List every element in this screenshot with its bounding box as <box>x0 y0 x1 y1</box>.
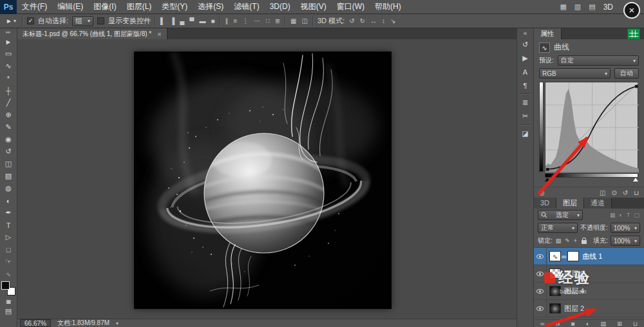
view-extras-icon[interactable]: ▥ <box>574 3 581 11</box>
green-grid-icon[interactable] <box>627 28 640 39</box>
clip-to-layer-icon[interactable]: ◫ <box>600 189 605 196</box>
gradient-tool[interactable]: ▧ <box>1 170 16 182</box>
align-vcenter-icon[interactable]: ▬ <box>198 17 206 24</box>
align-left-icon[interactable]: ▌ <box>160 17 166 24</box>
layer-row-layer-4[interactable]: 图层 4 <box>534 283 644 300</box>
blend-mode-dropdown[interactable]: 正常 ▾ <box>538 223 578 233</box>
lock-position-icon[interactable]: + <box>573 238 578 244</box>
clone-stamp-tool[interactable]: ◉ <box>1 133 16 145</box>
zoom-level-field[interactable]: 66.67% <box>20 319 51 327</box>
tab-layers[interactable]: 图层 <box>556 198 584 209</box>
targeted-adjustment-icon[interactable]: ◎ <box>539 189 545 196</box>
new-group-icon[interactable]: ▤ <box>600 321 606 327</box>
character-panel-icon[interactable]: A <box>518 65 533 79</box>
layer-filter-dropdown[interactable]: 选定 ▾ <box>538 210 583 220</box>
tab-properties[interactable]: 属性 <box>534 28 562 39</box>
reset-icon[interactable]: ↺ <box>623 189 628 196</box>
filter-type-icon[interactable]: T <box>626 212 631 218</box>
align-top-icon[interactable]: ▀ <box>189 17 194 24</box>
visibility-toggle[interactable] <box>534 300 547 317</box>
opacity-dropdown[interactable]: 100% ▾ <box>611 223 640 233</box>
menu-window[interactable]: 窗口(W) <box>332 0 370 14</box>
show-transform-checkbox[interactable] <box>97 17 104 24</box>
zoom-tool[interactable]: ♂ <box>1 268 16 280</box>
auto-select-target-dropdown[interactable]: 组 ▾ <box>72 16 93 26</box>
delete-adjustment-icon[interactable]: ⊔ <box>634 189 639 196</box>
eyedropper-tool[interactable]: ╱ <box>1 97 16 109</box>
move-tool[interactable]: ► <box>1 35 16 48</box>
auto-button[interactable]: 自动 <box>614 68 639 79</box>
history-panel-icon[interactable]: ↺ <box>518 38 533 51</box>
align-bottom-icon[interactable]: ▄ <box>179 17 185 24</box>
layer-row-layer-6[interactable]: 图层 6 <box>534 265 644 283</box>
3d-roll-icon[interactable]: ↻ <box>359 17 366 24</box>
preset-dropdown[interactable]: 自定 ▾ <box>558 55 639 66</box>
arrange-documents-icon[interactable]: ▦ <box>560 3 566 11</box>
distribute-gap-icon[interactable]: ∷ <box>265 17 270 24</box>
styles-panel-icon[interactable]: ≣ <box>518 96 533 109</box>
type-tool[interactable]: T <box>1 219 16 231</box>
lock-pixels-icon[interactable]: ✎ <box>564 238 571 244</box>
channel-dropdown[interactable]: RGB ▾ <box>539 68 611 79</box>
toolbar-collapse-icon[interactable]: ▸▸ <box>6 29 10 35</box>
expand-panels-icon[interactable]: « <box>524 30 527 38</box>
curves-layer-thumbnail[interactable]: ∿ <box>549 251 561 261</box>
visibility-toggle[interactable] <box>534 283 547 299</box>
quick-select-tool[interactable]: * <box>1 72 16 84</box>
distribute-vertical-icon[interactable]: ⋮ <box>242 17 249 24</box>
new-adjustment-icon[interactable]: ◐ <box>586 321 589 327</box>
crop-tool[interactable]: ┼ <box>1 84 16 97</box>
add-mask-icon[interactable]: ◙ <box>571 321 574 327</box>
distribute-bottom-icon[interactable]: ≣ <box>274 17 281 24</box>
hand-tool[interactable]: ☞ <box>1 256 16 268</box>
tab-3d[interactable]: 3D <box>534 198 556 209</box>
black-point-slider[interactable] <box>545 178 550 182</box>
auto-blend-icon[interactable]: ◫ <box>301 17 308 24</box>
layer-name[interactable]: 曲线 1 <box>582 252 602 261</box>
layer-row-curves-1[interactable]: ∿ ∞ 曲线 1 <box>534 248 644 265</box>
brush-tool[interactable]: ✎ <box>1 121 16 133</box>
layer-name[interactable]: 图层 2 <box>564 304 584 313</box>
menu-help[interactable]: 帮助(H) <box>370 0 406 14</box>
tab-channels[interactable]: 通道 <box>584 198 612 209</box>
distribute-horizontal-icon[interactable]: ⋯ <box>253 17 261 24</box>
menu-select[interactable]: 选择(S) <box>193 0 229 14</box>
menu-type[interactable]: 类型(Y) <box>156 0 193 14</box>
menu-3d[interactable]: 3D(D) <box>265 0 296 14</box>
align-hcenter-icon[interactable]: ▐ <box>169 17 175 24</box>
3d-slide-icon[interactable]: ↕ <box>381 17 386 24</box>
shape-tool[interactable]: □ <box>1 243 16 256</box>
filter-pixel-icon[interactable]: ▦ <box>609 212 616 218</box>
menu-edit[interactable]: 编辑(E) <box>52 0 88 14</box>
marquee-tool[interactable]: ▭ <box>1 48 16 60</box>
paragraph-panel-icon[interactable]: ¶ <box>518 79 533 92</box>
visibility-toggle[interactable] <box>534 265 547 282</box>
link-layers-icon[interactable]: ∞ <box>540 321 544 327</box>
filter-adjustment-icon[interactable]: ◐ <box>619 212 623 218</box>
layer-name[interactable]: 图层 6 <box>564 269 584 279</box>
close-icon[interactable]: × <box>157 30 161 38</box>
delete-layer-icon[interactable]: ⊔ <box>633 321 638 327</box>
lock-all-icon[interactable] <box>582 240 587 244</box>
info-panel-icon[interactable]: ◪ <box>518 127 533 140</box>
actions-panel-icon[interactable]: ▶ <box>518 51 533 65</box>
path-select-tool[interactable]: ▷ <box>1 231 16 243</box>
foreground-color-swatch[interactable] <box>1 281 10 290</box>
lasso-tool[interactable]: ∿ <box>1 60 16 72</box>
layer-thumbnail[interactable] <box>549 286 561 296</box>
layer-name[interactable]: 图层 4 <box>564 286 584 296</box>
menu-image[interactable]: 图像(I) <box>88 0 121 14</box>
document-size-info[interactable]: 文档:1.83M/9.87M <box>57 319 109 327</box>
align-right-icon[interactable]: ■ <box>210 17 215 24</box>
menu-file[interactable]: 文件(F) <box>17 0 52 14</box>
tool-preset-picker[interactable]: ► ▾ <box>4 17 18 24</box>
blur-tool[interactable]: ◍ <box>1 182 16 194</box>
layer-thumbnail[interactable] <box>549 303 561 313</box>
menu-view[interactable]: 视图(V) <box>296 0 332 14</box>
history-brush-tool[interactable]: ↺ <box>1 145 16 158</box>
pen-tool[interactable]: ✒ <box>1 207 16 219</box>
visibility-toggle[interactable] <box>534 248 547 265</box>
canvas-area[interactable] <box>17 39 516 319</box>
filter-shape-icon[interactable]: ▢ <box>633 212 640 218</box>
menu-layer[interactable]: 图层(L) <box>122 0 157 14</box>
